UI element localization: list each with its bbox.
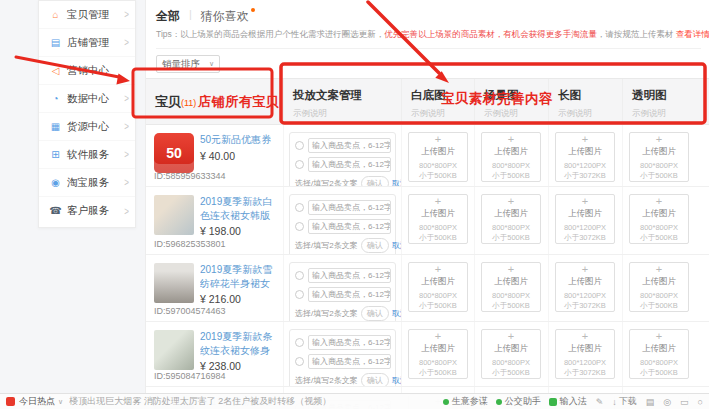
copy-input-row: 输入商品卖点，6-12字: [295, 138, 391, 153]
download-label[interactable]: 下载: [619, 395, 637, 408]
tab-all[interactable]: 全部: [156, 8, 180, 25]
selling-point-input[interactable]: 输入商品卖点，6-12字: [308, 219, 391, 234]
cancel-button[interactable]: 取消: [392, 308, 402, 319]
target-icon[interactable]: ◎: [663, 397, 671, 407]
cancel-button[interactable]: 取消: [392, 178, 402, 186]
plus-icon: +: [435, 331, 441, 342]
column-title-text: 场景图: [484, 89, 519, 101]
cancel-button[interactable]: 取消: [392, 375, 402, 386]
product-image[interactable]: [154, 263, 194, 303]
tips-bar: Tips：以上场景的商品会根据用户个性化需求进行圈选更新，优先完善以上场景的商品…: [156, 29, 701, 49]
confirm-button[interactable]: 确认: [361, 306, 389, 321]
chevron-down-icon[interactable]: ∨: [58, 398, 63, 406]
column-header-2: 投放文案管理示例说明: [284, 79, 402, 124]
upload-image-button[interactable]: +上传图片800*800PX小于500KB: [408, 132, 468, 182]
product-title-link[interactable]: 2019夏季新款白色连衣裙女韩版短袖T恤中长款: [200, 195, 279, 222]
upload-image-button[interactable]: +上传图片800*1200PX小于3072KB: [555, 262, 615, 312]
copy-group: 输入商品卖点，6-12字输入商品卖点，6-12字选择/填写2条文案确认取消: [289, 132, 396, 186]
upload-cell-2: +上传图片800*800PX小于500KB: [475, 187, 549, 254]
checkbox-icon[interactable]: [295, 357, 304, 366]
column-title-text: 宝贝: [155, 94, 181, 109]
statusbar-item[interactable]: 公交助手: [505, 395, 541, 408]
sidebar-item-软件服务[interactable]: ⊞软件服务>: [39, 141, 135, 169]
upload-image-button[interactable]: +上传图片800*800PX小于500KB: [629, 194, 689, 244]
selling-point-input[interactable]: 输入商品卖点，6-12字: [308, 138, 391, 153]
ime-label[interactable]: 输入法: [560, 395, 587, 408]
selling-point-input[interactable]: 输入商品卖点，6-12字: [308, 335, 391, 350]
confirm-button[interactable]: 确认: [361, 373, 389, 386]
example-link[interactable]: 示例说明: [632, 108, 709, 120]
sidebar-item-数据中心[interactable]: ◔数据中心>: [39, 85, 135, 113]
upload-image-button[interactable]: +上传图片800*800PX小于500KB: [629, 262, 689, 312]
tab-guess-you-like[interactable]: 猜你喜欢: [201, 8, 249, 25]
page: ⌂宝贝管理>▤店铺管理>◁营销中心◔数据中心>▦货源中心>⊞软件服务>◉淘宝服务…: [0, 0, 709, 409]
selling-point-input[interactable]: 输入商品卖点，6-12字: [308, 287, 391, 302]
upload-spec-size: 800*800PX: [419, 161, 457, 171]
selling-point-input[interactable]: 输入商品卖点，6-12字: [308, 268, 391, 283]
product-title-link[interactable]: 50元新品优惠券: [200, 133, 271, 147]
checkbox-icon[interactable]: [295, 222, 304, 231]
download-icon[interactable]: ↓: [612, 397, 617, 407]
checkbox-icon[interactable]: [295, 141, 304, 150]
upload-image-button[interactable]: +上传图片800*800PX小于500KB: [481, 329, 541, 379]
upload-image-button[interactable]: +上传图片800*1200PX小于3072KB: [555, 329, 615, 379]
upload-image-button[interactable]: +上传图片800*1200PX小于3072KB: [555, 132, 615, 182]
checkbox-icon[interactable]: [295, 203, 304, 212]
checkbox-icon[interactable]: [295, 271, 304, 280]
selling-point-input[interactable]: 输入商品卖点，6-12字: [308, 157, 391, 172]
checkbox-icon[interactable]: [295, 160, 304, 169]
sidebar-item-营销中心[interactable]: ◁营销中心: [39, 57, 135, 85]
view-details-link[interactable]: 查看详情>: [676, 29, 709, 39]
example-link[interactable]: 示例说明: [484, 108, 548, 120]
edit-icon[interactable]: ✎: [596, 397, 604, 407]
confirm-button[interactable]: 确认: [361, 238, 389, 253]
plus-icon: +: [656, 331, 662, 342]
copy-group: 输入商品卖点，6-12字输入商品卖点，6-12字选择/填写2条文案确认取消: [289, 194, 396, 254]
upload-image-button[interactable]: +上传图片800*800PX小于500KB: [481, 132, 541, 182]
copy-input-row: 输入商品卖点，6-12字: [295, 335, 391, 350]
checkbox-icon[interactable]: [295, 290, 304, 299]
upload-image-button[interactable]: +上传图片800*800PX小于500KB: [481, 194, 541, 244]
sidebar-item-淘宝服务[interactable]: ◉淘宝服务>: [39, 169, 135, 197]
product-price: ¥ 40.00: [200, 150, 271, 162]
upload-image-button[interactable]: +上传图片800*800PX小于500KB: [629, 132, 689, 182]
copy-group: 输入商品卖点，6-12字输入商品卖点，6-12字选择/填写2条文案确认取消: [289, 262, 396, 321]
sidebar-item-店铺管理[interactable]: ▤店铺管理>: [39, 29, 135, 57]
product-title-link[interactable]: 2019夏季新款条纹连衣裙女修身显瘦小众网红: [200, 330, 279, 357]
coupon-image[interactable]: 50: [154, 133, 194, 173]
checkbox-icon[interactable]: [295, 338, 304, 347]
upload-image-button[interactable]: +上传图片800*800PX小于500KB: [408, 329, 468, 379]
example-link[interactable]: 示例说明: [293, 108, 401, 120]
example-link[interactable]: 示例说明: [558, 108, 622, 120]
upload-spec-size: 800*800PX: [492, 291, 530, 301]
copy-hint: 选择/填写2条文案: [295, 308, 358, 319]
statusbar-item[interactable]: 生意参谋: [452, 395, 488, 408]
sort-select[interactable]: 销量排序 ∨: [156, 55, 220, 73]
sidebar-item-货源中心[interactable]: ▦货源中心>: [39, 113, 135, 141]
upload-image-button[interactable]: +上传图片800*800PX小于500KB: [629, 329, 689, 379]
product-title-link[interactable]: 2019夏季新款雪纺碎花半身裙女中长款荷叶边: [200, 263, 279, 290]
annotation-shop-products-label: 店铺所有宝贝: [198, 94, 279, 109]
news-headline[interactable]: 楼顶出现巨大烟雾 消防处理太厉害了 2名住户被及时转移（视频）: [69, 395, 427, 408]
selling-point-input[interactable]: 输入商品卖点，6-12字: [308, 200, 391, 215]
hot-news-label[interactable]: 今日热点: [19, 395, 55, 408]
product-count-badge: (11): [181, 98, 196, 108]
circle-icon[interactable]: ○: [698, 397, 703, 407]
example-link[interactable]: 示例说明: [411, 108, 474, 120]
sidebar-item-label: 营销中心: [67, 64, 109, 78]
window-icon[interactable]: ▭: [680, 397, 689, 407]
upload-image-button[interactable]: +上传图片800*800PX小于500KB: [408, 262, 468, 312]
product-image[interactable]: [154, 195, 194, 235]
upload-image-button[interactable]: +上传图片800*800PX小于500KB: [481, 262, 541, 312]
upload-image-button[interactable]: +上传图片800*1200PX小于3072KB: [555, 194, 615, 244]
confirm-button[interactable]: 确认: [361, 176, 389, 186]
product-image[interactable]: [154, 330, 194, 370]
product-id: ID:595084716984: [154, 371, 226, 381]
grid-icon[interactable]: ▤: [646, 397, 655, 407]
upload-spec: 800*800PX小于500KB: [419, 161, 457, 181]
sidebar-item-宝贝管理[interactable]: ⌂宝贝管理>: [39, 1, 135, 29]
upload-image-button[interactable]: +上传图片800*800PX小于500KB: [408, 194, 468, 244]
sidebar-item-客户服务[interactable]: ☎客户服务>: [39, 197, 135, 225]
selling-point-input[interactable]: 输入商品卖点，6-12字: [308, 354, 391, 369]
cancel-button[interactable]: 取消: [392, 240, 402, 251]
